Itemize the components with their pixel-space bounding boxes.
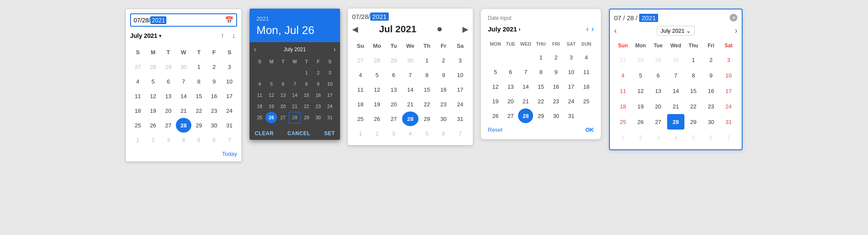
cal5-day-cell[interactable]: 8 bbox=[684, 68, 702, 83]
cal2-day-cell[interactable]: 11 bbox=[254, 90, 265, 101]
cal3-day-cell[interactable]: 21 bbox=[402, 97, 419, 111]
cal3-day-cell[interactable]: 28 bbox=[402, 111, 419, 126]
cal5-day-cell[interactable]: 11 bbox=[614, 83, 632, 99]
cal1-day-cell[interactable]: 4 bbox=[176, 133, 191, 147]
cal4-day-cell[interactable]: 21 bbox=[518, 94, 533, 108]
cal5-day-cell[interactable]: 31 bbox=[720, 114, 737, 130]
cal5-day-cell[interactable]: 3 bbox=[720, 52, 737, 68]
cal2-day-cell[interactable]: 15 bbox=[301, 90, 312, 101]
cal5-day-cell[interactable]: 18 bbox=[614, 99, 632, 114]
cal5-day-cell[interactable]: 4 bbox=[667, 130, 685, 145]
cal1-date-input[interactable]: 07/28/2021 📅 bbox=[130, 13, 237, 27]
cal3-day-cell[interactable]: 18 bbox=[352, 97, 369, 111]
cal3-day-cell[interactable]: 20 bbox=[385, 97, 402, 111]
cal3-day-cell[interactable]: 2 bbox=[369, 126, 386, 141]
cal5-day-cell[interactable]: 28 bbox=[667, 114, 685, 130]
cal4-day-cell[interactable]: 18 bbox=[579, 79, 594, 94]
cal2-day-cell[interactable]: 12 bbox=[265, 90, 277, 101]
cal3-day-cell[interactable]: 12 bbox=[369, 82, 386, 97]
cal2-next-btn[interactable]: › bbox=[334, 46, 336, 53]
cal5-next-btn[interactable]: › bbox=[735, 26, 737, 35]
cal5-day-cell[interactable]: 28 bbox=[632, 52, 649, 68]
cal5-month-select[interactable]: July 2021 ⌄ bbox=[657, 26, 695, 36]
cal1-day-cell[interactable]: 18 bbox=[130, 103, 145, 118]
cal5-day-cell[interactable]: 20 bbox=[649, 99, 667, 114]
cal5-day-cell[interactable]: 27 bbox=[649, 114, 667, 130]
cal5-day-cell[interactable]: 21 bbox=[667, 99, 685, 114]
cal5-day-cell[interactable]: 5 bbox=[632, 68, 649, 83]
cal4-day-cell[interactable]: 30 bbox=[549, 108, 564, 123]
cal3-day-cell[interactable]: 6 bbox=[385, 68, 402, 82]
cal2-day-cell[interactable]: 20 bbox=[277, 101, 289, 112]
cal2-day-cell[interactable]: 19 bbox=[265, 101, 277, 112]
cal5-day-cell[interactable]: 9 bbox=[702, 68, 720, 83]
cal5-close-btn[interactable]: ✕ bbox=[730, 14, 737, 22]
cal1-day-cell[interactable]: 17 bbox=[222, 89, 237, 103]
cal5-day-cell[interactable]: 25 bbox=[614, 114, 632, 130]
cal1-month-label[interactable]: July 2021 ▾ bbox=[130, 32, 161, 39]
cal4-day-cell[interactable]: 4 bbox=[579, 50, 594, 65]
cal1-day-cell[interactable]: 13 bbox=[161, 89, 176, 103]
cal2-day-cell[interactable]: 1 bbox=[301, 67, 312, 78]
cal4-day-cell[interactable]: 20 bbox=[503, 94, 518, 108]
cal4-day-cell[interactable]: 9 bbox=[549, 65, 564, 79]
cal4-day-cell[interactable]: 10 bbox=[564, 65, 579, 79]
cal2-day-cell[interactable]: 16 bbox=[312, 90, 324, 101]
cal3-day-cell[interactable]: 30 bbox=[402, 53, 419, 68]
cal4-day-cell[interactable]: 25 bbox=[579, 94, 594, 108]
cal3-day-cell[interactable]: 11 bbox=[352, 82, 369, 97]
cal3-day-cell[interactable]: 10 bbox=[452, 68, 468, 82]
cal1-day-cell[interactable]: 1 bbox=[191, 59, 206, 74]
cal3-day-cell[interactable]: 16 bbox=[435, 82, 452, 97]
cal2-day-cell[interactable]: 31 bbox=[324, 112, 336, 123]
cal4-day-cell[interactable]: 13 bbox=[503, 79, 518, 94]
cal1-day-cell[interactable]: 7 bbox=[176, 74, 191, 89]
cal1-day-cell[interactable]: 21 bbox=[176, 103, 191, 118]
cal2-day-cell[interactable]: 22 bbox=[301, 101, 312, 112]
cal2-day-cell[interactable]: 3 bbox=[324, 67, 336, 78]
cal5-day-cell[interactable]: 14 bbox=[667, 83, 685, 99]
cal3-day-cell[interactable]: 30 bbox=[435, 111, 452, 126]
cal1-day-cell[interactable]: 5 bbox=[191, 133, 206, 147]
cal3-day-cell[interactable]: 26 bbox=[369, 111, 386, 126]
cal2-day-cell[interactable]: 14 bbox=[289, 90, 300, 101]
cal4-day-cell[interactable]: 31 bbox=[564, 108, 579, 123]
cal1-day-cell[interactable]: 3 bbox=[222, 59, 237, 74]
cal1-day-cell[interactable]: 6 bbox=[161, 74, 176, 89]
cal4-day-cell[interactable]: 14 bbox=[518, 79, 533, 94]
cal3-day-cell[interactable]: 3 bbox=[385, 126, 402, 141]
cal4-day-cell[interactable]: 6 bbox=[503, 65, 518, 79]
cal4-day-cell[interactable]: 27 bbox=[503, 108, 518, 123]
cal5-day-cell[interactable]: 3 bbox=[649, 130, 667, 145]
cal5-day-cell[interactable]: 17 bbox=[720, 83, 737, 99]
cal2-day-cell[interactable]: 30 bbox=[312, 112, 324, 123]
cal3-day-cell[interactable]: 4 bbox=[402, 126, 419, 141]
cal3-day-cell[interactable]: 3 bbox=[452, 53, 468, 68]
cal4-day-cell[interactable]: 1 bbox=[533, 50, 548, 65]
cal4-day-cell[interactable]: 11 bbox=[579, 65, 594, 79]
cal1-day-cell[interactable]: 19 bbox=[145, 103, 160, 118]
cal3-day-cell[interactable]: 23 bbox=[435, 97, 452, 111]
cal5-day-cell[interactable]: 1 bbox=[684, 52, 702, 68]
cal5-day-cell[interactable]: 26 bbox=[632, 114, 649, 130]
cal5-day-cell[interactable]: 7 bbox=[667, 68, 685, 83]
cal4-day-cell[interactable]: 15 bbox=[533, 79, 548, 94]
cal1-day-cell[interactable]: 6 bbox=[206, 133, 222, 147]
cal5-day-cell[interactable]: 15 bbox=[684, 83, 702, 99]
cal4-day-cell[interactable]: 3 bbox=[564, 50, 579, 65]
cal5-day-cell[interactable]: 6 bbox=[649, 68, 667, 83]
cal2-day-cell[interactable]: 4 bbox=[254, 78, 265, 90]
cal3-day-cell[interactable]: 6 bbox=[435, 126, 452, 141]
cal5-day-cell[interactable]: 16 bbox=[702, 83, 720, 99]
cal4-day-cell[interactable]: 22 bbox=[533, 94, 548, 108]
cal4-day-cell[interactable]: 28 bbox=[518, 108, 533, 123]
cal1-day-cell[interactable]: 3 bbox=[161, 133, 176, 147]
cal2-day-cell[interactable]: 7 bbox=[289, 78, 300, 90]
cal3-day-cell[interactable]: 2 bbox=[435, 53, 452, 68]
cal4-day-cell[interactable]: 8 bbox=[533, 65, 548, 79]
cal4-day-cell[interactable]: 7 bbox=[518, 65, 533, 79]
cal4-day-cell[interactable]: 29 bbox=[533, 108, 548, 123]
cal1-day-cell[interactable]: 8 bbox=[191, 74, 206, 89]
cal1-day-cell[interactable]: 28 bbox=[145, 59, 160, 74]
cal5-day-cell[interactable]: 6 bbox=[702, 130, 720, 145]
